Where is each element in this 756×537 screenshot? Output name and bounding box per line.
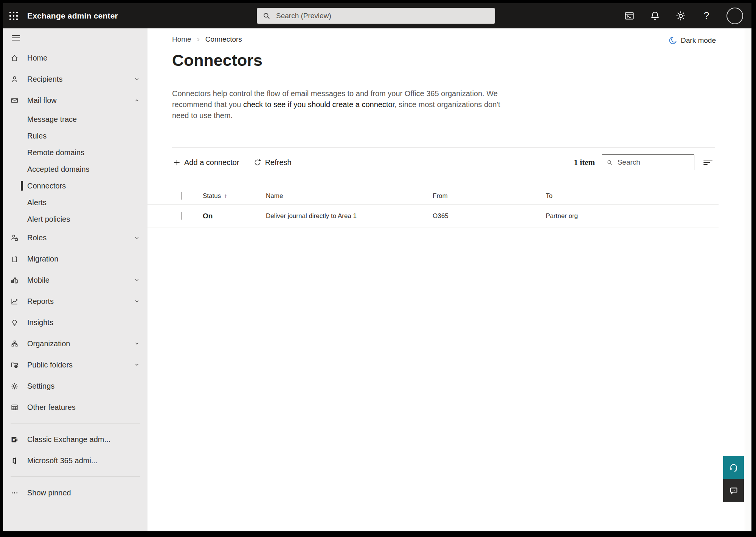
sidebar-item-accepted-domains[interactable]: Accepted domains bbox=[3, 161, 147, 177]
sidebar-item-label: Message trace bbox=[27, 115, 77, 124]
sidebar-item-mail-flow[interactable]: Mail flow bbox=[3, 90, 147, 111]
sidebar-item-label: Home bbox=[27, 54, 140, 62]
hamburger-icon bbox=[11, 34, 20, 42]
notifications-button[interactable] bbox=[649, 10, 661, 22]
sidebar-item-settings[interactable]: Settings bbox=[3, 375, 147, 397]
sidebar-item-alerts[interactable]: Alerts bbox=[3, 194, 147, 211]
app-frame: Exchange admin center bbox=[0, 0, 756, 537]
page-description: Connectors help control the flow of emai… bbox=[172, 88, 508, 121]
sidebar-item-other-features[interactable]: Other features bbox=[3, 397, 147, 418]
column-header-name[interactable]: Name bbox=[266, 192, 433, 200]
breadcrumb-home-link[interactable]: Home bbox=[172, 35, 191, 44]
app-launcher-button[interactable] bbox=[3, 3, 24, 28]
moon-icon bbox=[668, 36, 677, 45]
nav-collapse-button[interactable] bbox=[3, 28, 147, 47]
sidebar-item-connectors[interactable]: Connectors bbox=[3, 177, 147, 194]
connectors-table: Status ↑ Name From To On Deliver journal… bbox=[147, 187, 719, 227]
sidebar-item-mobile[interactable]: Mobile bbox=[3, 269, 147, 291]
search-icon bbox=[262, 12, 271, 20]
sidebar-item-label: Public folders bbox=[27, 361, 134, 369]
table-header-row: Status ↑ Name From To bbox=[147, 187, 719, 205]
sidebar-item-reports[interactable]: Reports bbox=[3, 291, 147, 312]
sidebar-item-migration[interactable]: Migration bbox=[3, 248, 147, 269]
sidebar-item-organization[interactable]: Organization bbox=[3, 333, 147, 354]
help-button[interactable]: ? bbox=[701, 10, 712, 22]
sidebar-item-label: Insights bbox=[27, 318, 140, 327]
selected-indicator bbox=[21, 181, 23, 191]
top-bar: Exchange admin center bbox=[3, 3, 751, 28]
sidebar-item-label: Organization bbox=[27, 339, 134, 348]
search-icon bbox=[607, 159, 613, 166]
microsoft-365-logo-icon bbox=[11, 457, 19, 465]
chat-bubble-icon bbox=[729, 486, 739, 495]
gear-icon bbox=[11, 382, 19, 390]
chevron-down-icon bbox=[134, 76, 140, 82]
mobile-chart-icon bbox=[11, 276, 19, 284]
main-content: Home Connectors Dark mode Connectors Con… bbox=[147, 28, 745, 531]
refresh-button[interactable]: Refresh bbox=[251, 156, 295, 169]
gear-icon bbox=[675, 11, 686, 21]
person-badge-icon bbox=[11, 234, 19, 242]
column-header-status[interactable]: Status ↑ bbox=[203, 192, 266, 200]
breadcrumb-current: Connectors bbox=[205, 35, 242, 44]
add-connector-label: Add a connector bbox=[184, 158, 239, 167]
breadcrumb: Home Connectors bbox=[172, 35, 242, 44]
sidebar-item-label: Alert policies bbox=[27, 215, 70, 224]
sidebar-item-label: Microsoft 365 admi... bbox=[27, 456, 140, 465]
sidebar-item-label: Mobile bbox=[27, 276, 134, 285]
filter-button[interactable] bbox=[700, 155, 716, 170]
topbar-actions: ? bbox=[624, 8, 743, 24]
sidebar-item-microsoft-365-admin[interactable]: Microsoft 365 admi... bbox=[3, 450, 147, 471]
powershell-button[interactable] bbox=[624, 10, 635, 22]
sidebar-item-label: Rules bbox=[27, 132, 47, 140]
section-divider bbox=[172, 147, 715, 148]
person-icon bbox=[11, 75, 19, 83]
sidebar-item-rules[interactable]: Rules bbox=[3, 128, 147, 144]
sort-ascending-icon: ↑ bbox=[224, 193, 227, 199]
sidebar-item-alert-policies[interactable]: Alert policies bbox=[3, 211, 147, 227]
mail-icon bbox=[11, 97, 19, 104]
select-all-checkbox[interactable] bbox=[181, 192, 182, 200]
chevron-down-icon bbox=[134, 341, 140, 347]
sidebar-item-show-pinned[interactable]: Show pinned bbox=[3, 482, 147, 503]
dark-mode-toggle[interactable]: Dark mode bbox=[668, 36, 716, 45]
row-checkbox[interactable] bbox=[181, 212, 182, 220]
support-button[interactable] bbox=[723, 456, 744, 479]
create-connector-check-link[interactable]: check to see if you should create a conn… bbox=[243, 100, 394, 109]
document-arrow-icon bbox=[11, 255, 19, 263]
cell-name[interactable]: Deliver journal directly to Area 1 bbox=[266, 212, 433, 220]
account-avatar[interactable] bbox=[727, 8, 743, 24]
line-chart-icon bbox=[11, 297, 19, 305]
column-header-from[interactable]: From bbox=[433, 192, 546, 200]
sidebar-item-home[interactable]: Home bbox=[3, 47, 147, 68]
global-search-box[interactable] bbox=[257, 8, 495, 24]
help-icon: ? bbox=[704, 10, 709, 22]
add-connector-button[interactable]: Add a connector bbox=[170, 156, 242, 169]
sidebar-item-classic-exchange-admin[interactable]: E Classic Exchange adm... bbox=[3, 429, 147, 450]
sidebar-item-label: Reports bbox=[27, 297, 134, 306]
sidebar-item-recipients[interactable]: Recipients bbox=[3, 68, 147, 90]
sidebar-item-label: Remote domains bbox=[27, 148, 84, 157]
sidebar-item-insights[interactable]: Insights bbox=[3, 312, 147, 333]
settings-button[interactable] bbox=[675, 10, 686, 22]
chevron-right-icon bbox=[196, 37, 201, 42]
sidebar-nav: Home Recipients Mail flow Message trace … bbox=[3, 28, 147, 531]
headset-icon bbox=[729, 462, 739, 472]
sidebar-item-public-folders[interactable]: Public folders bbox=[3, 354, 147, 375]
sidebar-item-label: Classic Exchange adm... bbox=[27, 435, 140, 444]
table-row[interactable]: On Deliver journal directly to Area 1 O3… bbox=[147, 205, 719, 227]
chevron-up-icon bbox=[134, 97, 140, 103]
sidebar-item-message-trace[interactable]: Message trace bbox=[3, 111, 147, 128]
sidebar-item-roles[interactable]: Roles bbox=[3, 227, 147, 248]
cell-status: On bbox=[203, 212, 266, 220]
column-header-to[interactable]: To bbox=[546, 192, 719, 200]
sidebar-item-label: Settings bbox=[27, 382, 140, 391]
scrollbar-track[interactable] bbox=[745, 28, 751, 531]
sidebar-item-remote-domains[interactable]: Remote domains bbox=[3, 144, 147, 161]
list-search-box[interactable] bbox=[602, 154, 694, 170]
global-search-input[interactable] bbox=[275, 11, 489, 20]
feedback-button[interactable] bbox=[723, 479, 744, 502]
list-search-input[interactable] bbox=[617, 158, 689, 167]
folder-globe-icon bbox=[11, 361, 19, 369]
sidebar-item-label: Mail flow bbox=[27, 96, 134, 105]
